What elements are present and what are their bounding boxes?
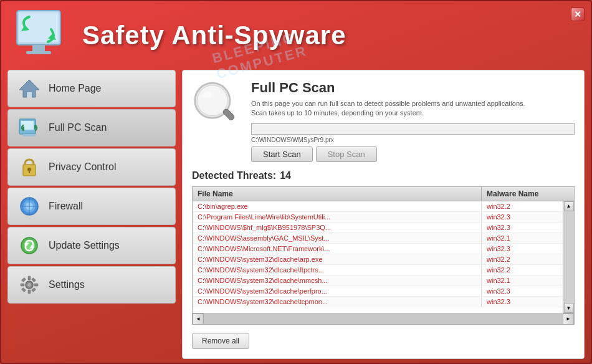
- table-row[interactable]: C:\Program Files\LimeWire\lib\SystemUtil…: [193, 212, 563, 223]
- detected-count: 14: [280, 170, 291, 181]
- scan-info: Full PC Scan On this page you can run fu…: [251, 80, 575, 162]
- threat-malware-cell: win32.2: [482, 201, 563, 211]
- threats-body[interactable]: C:\bin\agrep.exe win32.2 C:\Program File…: [193, 201, 563, 313]
- sidebar-item-home-page[interactable]: Home Page: [7, 70, 176, 107]
- main-content: Home Page Full PC Scan: [1, 70, 591, 364]
- threat-file-cell: C:\WINDOWS\Microsoft.NET\Framework\...: [193, 244, 482, 254]
- sidebar-item-privacy-control[interactable]: Privacy Control: [7, 148, 176, 186]
- scroll-right-button[interactable]: ►: [563, 314, 574, 325]
- table-row[interactable]: C:\WINDOWS\system32\dlcache\ftpctrs... w…: [193, 265, 563, 275]
- magnifier-graphic: [192, 80, 242, 138]
- privacy-icon: [17, 155, 41, 179]
- threat-file-cell: C:\WINDOWS\system32\dlcache\ftpctrs...: [193, 265, 482, 275]
- sidebar-item-full-pc-scan[interactable]: Full PC Scan: [7, 109, 176, 146]
- svg-rect-30: [34, 284, 38, 286]
- sidebar-label-home: Home Page: [49, 83, 102, 94]
- scan-desc: On this page you can run full scan to de…: [251, 99, 575, 118]
- home-icon: [17, 77, 41, 100]
- table-row[interactable]: C:\WINDOWS\system32\dlcache\tcpmon... wi…: [193, 297, 563, 307]
- svg-rect-10: [23, 134, 36, 136]
- svg-rect-33: [21, 287, 26, 292]
- settings-icon: [17, 273, 41, 297]
- scroll-left-button[interactable]: ◄: [193, 314, 204, 325]
- scroll-bar-right[interactable]: ▲ ▼: [563, 201, 574, 313]
- threats-table: File Name Malware Name C:\bin\agrep.exe …: [192, 186, 575, 325]
- threat-malware-cell: win32.1: [482, 275, 563, 285]
- threat-file-cell: C:\WINDOWS\system32\dlcache\tcpmon...: [193, 297, 482, 307]
- scan-icon: [17, 116, 41, 140]
- sidebar-label-firewall: Firewall: [49, 201, 83, 212]
- detected-header: Detected Threats: 14: [192, 167, 575, 181]
- sidebar: Home Page Full PC Scan: [7, 70, 176, 359]
- table-row[interactable]: C:\bin\agrep.exe win32.2: [193, 201, 563, 212]
- col-malware-header: Malware Name: [482, 187, 563, 201]
- app-logo: [7, 7, 70, 64]
- table-row[interactable]: C:\WINDOWS\system32\dlcache\mmcsh... win…: [193, 275, 563, 286]
- sidebar-label-update: Update Settings: [49, 240, 120, 251]
- threats-table-header: File Name Malware Name: [193, 187, 574, 201]
- threat-malware-cell: win32.2: [482, 254, 563, 264]
- scroll-track: [564, 211, 574, 303]
- scan-title: Full PC Scan: [251, 80, 575, 96]
- close-button[interactable]: ✕: [571, 7, 585, 21]
- threat-malware-cell: win32.3: [482, 286, 563, 296]
- scan-buttons: Start Scan Stop Scan: [251, 146, 575, 162]
- app-window: Safety Anti-Spyware ✕ Home Page: [0, 0, 592, 364]
- svg-rect-28: [28, 290, 31, 294]
- app-title: Safety Anti-Spyware: [82, 21, 346, 50]
- threat-malware-cell: win32.3: [482, 223, 563, 232]
- svg-rect-2: [32, 45, 45, 51]
- remove-all-button[interactable]: Remove all: [192, 333, 249, 349]
- header: Safety Anti-Spyware ✕: [1, 1, 591, 70]
- header-scroll-spacer: [563, 187, 574, 201]
- table-row[interactable]: C:\WINDOWS\system32\dlcache\perfpro... w…: [193, 286, 563, 297]
- right-panel: Full PC Scan On this page you can run fu…: [182, 70, 585, 359]
- update-icon: [17, 234, 41, 257]
- threat-file-cell: C:\WINDOWS\system32\dlcache\perfpro...: [193, 286, 482, 296]
- hscroll-track: [204, 314, 563, 324]
- svg-rect-31: [21, 277, 26, 282]
- progress-bar: [251, 123, 575, 135]
- table-row[interactable]: C:\WINDOWS\system32\dlcache\arp.exe win3…: [193, 254, 563, 265]
- start-scan-button[interactable]: Start Scan: [251, 146, 313, 162]
- threat-file-cell: C:\WINDOWS\system32\dlcache\mmcsh...: [193, 275, 482, 285]
- threat-file-cell: C:\WINDOWS\$hf_mig$\KB951978\SP3Q...: [193, 223, 482, 232]
- threat-malware-cell: win32.3: [482, 212, 563, 222]
- threat-file-cell: C:\Program Files\LimeWire\lib\SystemUtil…: [193, 212, 482, 222]
- threat-file-cell: C:\bin\agrep.exe: [193, 201, 482, 211]
- table-row[interactable]: C:\WINDOWS\assembly\GAC_MSIL\Syst... win…: [193, 233, 563, 244]
- svg-rect-15: [29, 171, 30, 173]
- threat-file-cell: C:\WINDOWS\system32\dlcache\arp.exe: [193, 254, 482, 264]
- svg-rect-29: [21, 284, 24, 286]
- svg-rect-3: [26, 51, 51, 54]
- stop-scan-button[interactable]: Stop Scan: [316, 146, 377, 162]
- threat-file-cell: C:\WINDOWS\assembly\GAC_MSIL\Syst...: [193, 233, 482, 243]
- firewall-icon: [17, 194, 41, 218]
- table-row[interactable]: C:\WINDOWS\Microsoft.NET\Framework\... w…: [193, 244, 563, 254]
- scroll-down-button[interactable]: ▼: [564, 303, 574, 313]
- col-file-header: File Name: [193, 187, 482, 201]
- threat-malware-cell: win32.2: [482, 265, 563, 275]
- threat-malware-cell: win32.3: [482, 244, 563, 254]
- scan-file-path: C:\WINDOWS\WMSysPr9.prx: [251, 136, 575, 143]
- scan-top: Full PC Scan On this page you can run fu…: [192, 80, 575, 162]
- svg-rect-27: [28, 276, 31, 280]
- sidebar-label-privacy: Privacy Control: [49, 161, 116, 173]
- threat-malware-cell: win32.1: [482, 233, 563, 243]
- scroll-up-button[interactable]: ▲: [564, 201, 574, 211]
- svg-point-26: [27, 283, 31, 287]
- sidebar-item-update-settings[interactable]: Update Settings: [7, 227, 176, 264]
- scroll-bar-bottom[interactable]: ◄ ►: [193, 313, 574, 324]
- sidebar-item-firewall[interactable]: Firewall: [7, 188, 176, 225]
- sidebar-label-settings: Settings: [49, 279, 85, 290]
- detected-label: Detected Threats:: [192, 170, 276, 181]
- svg-rect-7: [27, 92, 32, 97]
- svg-rect-32: [31, 277, 36, 282]
- sidebar-label-scan: Full PC Scan: [49, 122, 107, 133]
- sidebar-item-settings[interactable]: Settings: [7, 266, 176, 304]
- svg-rect-34: [31, 287, 36, 292]
- table-row[interactable]: C:\WINDOWS\$hf_mig$\KB951978\SP3Q... win…: [193, 223, 563, 233]
- threat-malware-cell: win32.3: [482, 297, 563, 307]
